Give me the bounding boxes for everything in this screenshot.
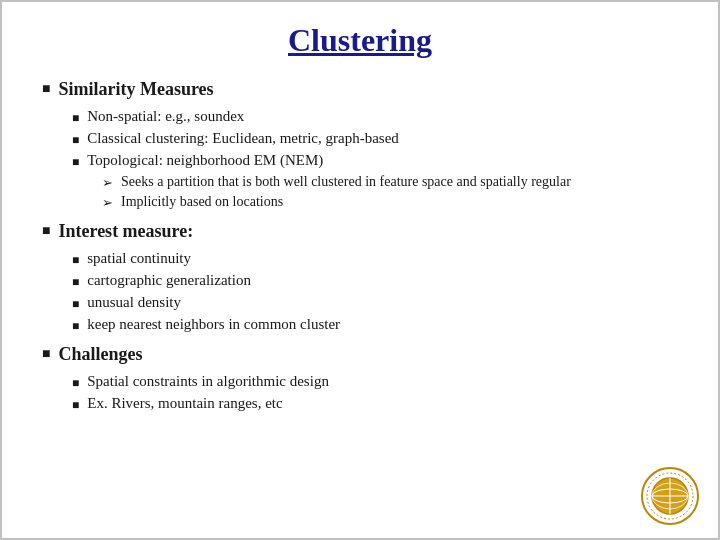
text-implicit: Implicitly based on locations xyxy=(121,194,283,210)
bullet-marker-l1-challenges: ■ xyxy=(42,346,50,362)
list-item-unusual-density: ■ unusual density xyxy=(72,294,678,312)
bullet-marker-l1-interest: ■ xyxy=(42,223,50,239)
list-item-rivers: ■ Ex. Rivers, mountain ranges, etc xyxy=(72,395,678,413)
bullet-marker-nearest-neighbors: ■ xyxy=(72,319,79,334)
heading-challenges: ■ Challenges xyxy=(42,344,678,365)
list-item-spatial-continuity: ■ spatial continuity xyxy=(72,250,678,268)
list-item-cartographic: ■ cartographic generalization xyxy=(72,272,678,290)
heading-interest: ■ Interest measure: xyxy=(42,221,678,242)
bullet-marker-partition: ➢ xyxy=(102,175,113,191)
list-item-partition: ➢ Seeks a partition that is both well cl… xyxy=(102,174,678,191)
bullet-marker-nonspatial: ■ xyxy=(72,111,79,126)
text-spatial-constraints: Spatial constraints in algorithmic desig… xyxy=(87,373,329,390)
list-item-nonspatial: ■ Non-spatial: e.g., soundex xyxy=(72,108,678,126)
text-rivers: Ex. Rivers, mountain ranges, etc xyxy=(87,395,282,412)
bullet-marker-spatial-constraints: ■ xyxy=(72,376,79,391)
bullet-marker-spatial-continuity: ■ xyxy=(72,253,79,268)
heading-similarity-text: Similarity Measures xyxy=(58,79,213,100)
bullet-marker-classical: ■ xyxy=(72,133,79,148)
bullet-marker-rivers: ■ xyxy=(72,398,79,413)
text-unusual-density: unusual density xyxy=(87,294,181,311)
heading-interest-text: Interest measure: xyxy=(58,221,193,242)
text-partition: Seeks a partition that is both well clus… xyxy=(121,174,571,190)
text-nearest-neighbors: keep nearest neighbors in common cluster xyxy=(87,316,340,333)
bullet-marker-cartographic: ■ xyxy=(72,275,79,290)
section-challenges: ■ Challenges ■ Spatial constraints in al… xyxy=(42,344,678,413)
bullet-marker-topological: ■ xyxy=(72,155,79,170)
list-item-spatial-constraints: ■ Spatial constraints in algorithmic des… xyxy=(72,373,678,391)
section-similarity: ■ Similarity Measures ■ Non-spatial: e.g… xyxy=(42,79,678,211)
bullet-marker-unusual-density: ■ xyxy=(72,297,79,312)
text-classical: Classical clustering: Euclidean, metric,… xyxy=(87,130,399,147)
list-item-classical: ■ Classical clustering: Euclidean, metri… xyxy=(72,130,678,148)
list-item-implicit: ➢ Implicitly based on locations xyxy=(102,194,678,211)
text-cartographic: cartographic generalization xyxy=(87,272,251,289)
bullet-marker-implicit: ➢ xyxy=(102,195,113,211)
heading-similarity: ■ Similarity Measures xyxy=(42,79,678,100)
text-nonspatial: Non-spatial: e.g., soundex xyxy=(87,108,244,125)
text-spatial-continuity: spatial continuity xyxy=(87,250,191,267)
section-interest: ■ Interest measure: ■ spatial continuity… xyxy=(42,221,678,334)
bullet-marker-l1-similarity: ■ xyxy=(42,81,50,97)
logo xyxy=(640,466,700,526)
slide: Clustering ■ Similarity Measures ■ Non-s… xyxy=(0,0,720,540)
slide-title: Clustering xyxy=(42,22,678,59)
list-item-topological: ■ Topological: neighborhood EM (NEM) xyxy=(72,152,678,170)
heading-challenges-text: Challenges xyxy=(58,344,142,365)
list-item-nearest-neighbors: ■ keep nearest neighbors in common clust… xyxy=(72,316,678,334)
text-topological: Topological: neighborhood EM (NEM) xyxy=(87,152,323,169)
